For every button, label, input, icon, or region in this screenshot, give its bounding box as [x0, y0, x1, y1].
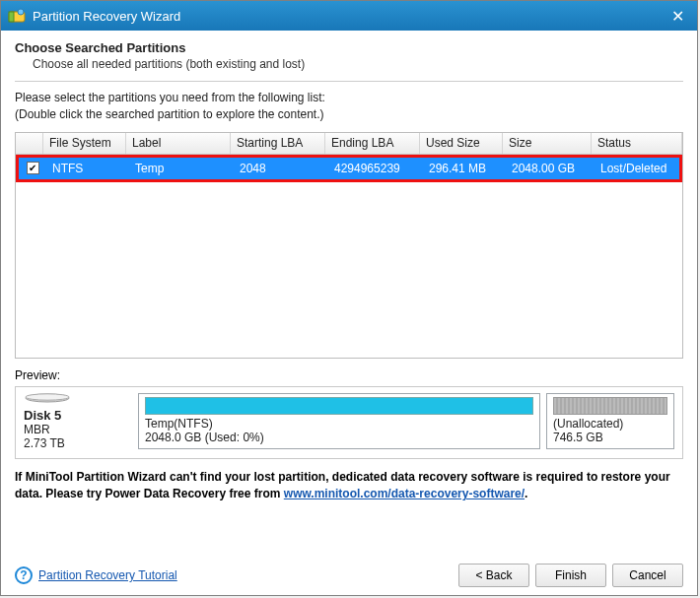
- partition-bar: [145, 397, 533, 415]
- svg-point-4: [26, 394, 69, 400]
- partition-bar: [553, 397, 667, 415]
- instruction-line-2: (Double click the searched partition to …: [15, 106, 683, 123]
- col-status[interactable]: Status: [592, 133, 682, 154]
- partition-title: (Unallocated): [553, 417, 667, 431]
- finish-button[interactable]: Finish: [535, 564, 606, 587]
- col-ending-lba[interactable]: Ending LBA: [325, 133, 420, 154]
- app-icon: [7, 6, 27, 26]
- highlight-frame: ✔ NTFS Temp 2048 4294965239 296.41 MB 20…: [16, 155, 682, 182]
- instruction-line-1: Please select the partitions you need fr…: [15, 90, 683, 106]
- disk-name: Disk 5: [24, 408, 134, 423]
- row-checkbox-cell[interactable]: ✔: [19, 158, 46, 179]
- cell-filesystem: NTFS: [46, 158, 129, 179]
- partition-sub: 2048.0 GB (Used: 0%): [145, 431, 533, 444]
- help-icon[interactable]: ?: [15, 566, 33, 584]
- close-button[interactable]: ✕: [664, 1, 691, 31]
- dialog-window: Partition Recovery Wizard ✕ Choose Searc…: [0, 0, 698, 596]
- back-button[interactable]: < Back: [458, 564, 529, 587]
- preview-label: Preview:: [15, 368, 683, 382]
- divider: [15, 81, 683, 82]
- partition-map: Temp(NTFS) 2048.0 GB (Used: 0%) (Unalloc…: [138, 393, 674, 449]
- col-size[interactable]: Size: [503, 133, 592, 154]
- table-header: File System Label Starting LBA Ending LB…: [16, 133, 682, 155]
- row-checkbox[interactable]: ✔: [27, 162, 39, 174]
- col-filesystem[interactable]: File System: [43, 133, 126, 154]
- cell-used-size: 296.41 MB: [423, 158, 506, 179]
- tutorial-link[interactable]: Partition Recovery Tutorial: [38, 568, 177, 582]
- page-heading: Choose Searched Partitions: [15, 40, 683, 55]
- note-link[interactable]: www.minitool.com/data-recovery-software/: [284, 487, 525, 500]
- svg-rect-1: [9, 12, 14, 22]
- cell-size: 2048.00 GB: [506, 158, 595, 179]
- partition-temp[interactable]: Temp(NTFS) 2048.0 GB (Used: 0%): [138, 393, 540, 449]
- window-title: Partition Recovery Wizard: [33, 9, 664, 24]
- note-text: If MiniTool Partition Wizard can't find …: [15, 469, 683, 503]
- svg-point-2: [18, 9, 24, 15]
- content-area: Choose Searched Partitions Choose all ne…: [1, 31, 697, 511]
- partition-sub: 746.5 GB: [553, 431, 667, 444]
- disk-info: Disk 5 MBR 2.73 TB: [24, 393, 134, 450]
- disk-icon: [24, 393, 71, 403]
- cell-starting-lba: 2048: [234, 158, 328, 179]
- titlebar[interactable]: Partition Recovery Wizard ✕: [1, 1, 697, 31]
- col-starting-lba[interactable]: Starting LBA: [231, 133, 325, 154]
- col-used-size[interactable]: Used Size: [420, 133, 503, 154]
- preview-box: Disk 5 MBR 2.73 TB Temp(NTFS) 2048.0 GB …: [15, 386, 683, 459]
- cell-label: Temp: [129, 158, 234, 179]
- note-post: .: [525, 487, 527, 500]
- partition-title: Temp(NTFS): [145, 417, 533, 431]
- cell-ending-lba: 4294965239: [328, 158, 423, 179]
- cancel-button[interactable]: Cancel: [612, 564, 683, 587]
- disk-type: MBR: [24, 423, 134, 436]
- disk-capacity: 2.73 TB: [24, 436, 134, 450]
- cell-status: Lost/Deleted: [595, 158, 679, 179]
- help-area: ? Partition Recovery Tutorial: [15, 566, 453, 584]
- table-row[interactable]: ✔ NTFS Temp 2048 4294965239 296.41 MB 20…: [19, 158, 679, 179]
- partitions-table: File System Label Starting LBA Ending LB…: [15, 132, 683, 359]
- footer: ? Partition Recovery Tutorial < Back Fin…: [15, 564, 683, 587]
- page-subheading: Choose all needed partitions (both exist…: [15, 55, 683, 71]
- partition-unallocated[interactable]: (Unallocated) 746.5 GB: [546, 393, 674, 449]
- col-checkbox[interactable]: [16, 133, 43, 154]
- col-label[interactable]: Label: [126, 133, 231, 154]
